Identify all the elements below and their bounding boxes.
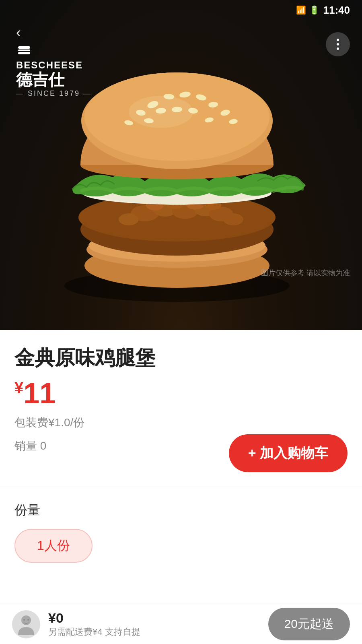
battery-icon: 🔋 xyxy=(309,5,319,15)
signal-icon: 📶 xyxy=(296,5,306,15)
cart-info: ¥0 另需配送费¥4 支持自提 xyxy=(12,610,140,638)
product-price: ¥11 xyxy=(14,379,56,408)
logo-since-text: — SINCE 1979 — xyxy=(16,89,92,98)
svg-point-41 xyxy=(27,619,29,621)
svg-rect-37 xyxy=(18,50,30,51)
svg-point-11 xyxy=(119,213,139,225)
content-area: 金典原味鸡腿堡 ¥11 包装费¥1.0/份 销量 0 + 加入购物车 份量 1人… xyxy=(0,330,362,563)
more-dots-icon xyxy=(337,39,339,50)
logo-overlay: ‹ BESCHEESE 德吉仕 — SINCE 1979 — xyxy=(16,24,92,98)
svg-rect-38 xyxy=(18,52,30,54)
portion-options: 1人份 xyxy=(14,529,348,563)
portion-section: 份量 1人份 xyxy=(14,502,348,563)
avatar xyxy=(12,610,40,638)
status-icons: 📶 🔋 xyxy=(296,5,319,15)
svg-point-40 xyxy=(23,619,25,621)
packaging-fee: 包装费¥1.0/份 xyxy=(14,415,348,430)
status-bar: 📶 🔋 11:40 xyxy=(0,0,362,20)
sales-count: 销量 0 xyxy=(14,438,46,454)
add-to-cart-button[interactable]: + 加入购物车 xyxy=(229,434,348,472)
portion-option-single[interactable]: 1人份 xyxy=(14,529,93,563)
portion-label: 份量 xyxy=(14,502,348,519)
logo-brand-text: BESCHEESE xyxy=(16,60,83,71)
delivery-minimum-button[interactable]: 20元起送 xyxy=(268,608,350,640)
disclaimer-text: 图片仅供参考 请以实物为准 xyxy=(261,268,350,278)
back-button[interactable]: ‹ xyxy=(16,24,21,41)
price-value: 11 xyxy=(23,377,56,409)
bottom-bar: ¥0 另需配送费¥4 支持自提 20元起送 xyxy=(0,604,362,644)
more-button[interactable] xyxy=(326,32,350,56)
cart-sub-text: 另需配送费¥4 支持自提 xyxy=(48,626,140,638)
svg-rect-36 xyxy=(18,46,30,49)
price-currency: ¥ xyxy=(14,379,23,396)
logo-chinese-text: 德吉仕 xyxy=(16,71,64,89)
product-title: 金典原味鸡腿堡 xyxy=(14,345,348,372)
cart-price: ¥0 xyxy=(48,610,140,626)
cart-price-column: ¥0 另需配送费¥4 支持自提 xyxy=(48,610,140,638)
status-time: 11:40 xyxy=(323,4,350,17)
hero-section: ‹ BESCHEESE 德吉仕 — SINCE 1979 — 图片仅供参考 请以… xyxy=(0,0,362,330)
logo-icon xyxy=(16,44,32,58)
svg-point-12 xyxy=(223,213,243,225)
svg-point-35 xyxy=(129,96,193,128)
divider xyxy=(0,487,362,487)
price-row: ¥11 xyxy=(14,379,348,408)
